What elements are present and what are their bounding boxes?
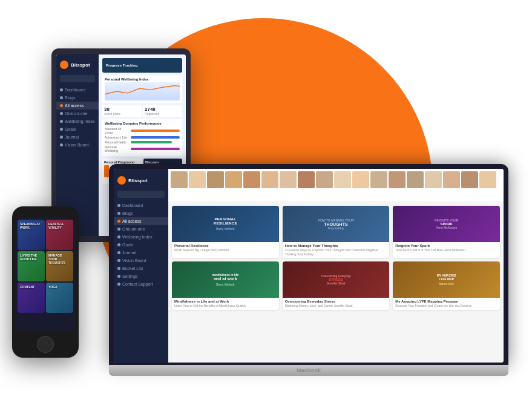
ipad-nav-goals[interactable]: Goals [56, 125, 99, 133]
card-info-pr: Personal Resilience Small Steps to Big C… [172, 242, 279, 254]
domain-row: Personal Wellbeing [105, 145, 180, 153]
course-card-lyfe[interactable]: MY AMAZINGLYFE MAP Maria Dow My Amazing … [393, 261, 500, 310]
laptop-nav-support[interactable]: Contact Support [114, 280, 168, 288]
iphone-content-grid: SPEAKING AT WORK HEALTH & VITALITY LIVIN… [15, 217, 76, 315]
card-subtitle: HOW TO MANAGE YOUR [318, 218, 353, 222]
scene: Blisspot Dashboard Blogs All access [0, 0, 532, 394]
course-card-spark[interactable]: REIGNITE YOUR SPARK Anne McKeown Reignit… [393, 206, 500, 258]
nav-icon [117, 228, 120, 231]
laptop-nav-oneonone[interactable]: One-on-one [114, 225, 168, 233]
course-card-stress[interactable]: Overcoming Everyday STRESS Jennifer Stra… [283, 261, 390, 310]
avatar [425, 171, 442, 188]
domain-bar [131, 148, 180, 150]
avatar [407, 171, 424, 188]
ipad-nav-blogs[interactable]: Blogs [56, 94, 99, 102]
ipad-nav-allaccess[interactable]: All access [56, 102, 99, 110]
laptop-nav-wellbeing[interactable]: Wellbeing Index [114, 233, 168, 241]
nav-icon [117, 243, 120, 246]
card-thumbnail-mindful: mindfulness in lifeand at work Barry Win… [172, 261, 279, 298]
domain-row: Achieving In Life [105, 136, 180, 139]
card-thumbnail-spark: REIGNITE YOUR SPARK Anne McKeown [393, 206, 500, 242]
avatar [243, 171, 260, 188]
card-desc: Discover Your Freedom and Create the Lif… [395, 304, 498, 308]
card-desc: 4 Powerful Ways to Empower Your Thoughts… [285, 248, 387, 256]
iphone-card-label: SPEAKING AT WORK [18, 220, 45, 232]
nav-icon [60, 136, 63, 139]
iphone-card-speaking[interactable]: SPEAKING AT WORK [18, 220, 45, 250]
iphone-card-label: YOGA [46, 283, 73, 291]
avatar [261, 171, 278, 188]
iphone-card-thoughts[interactable]: MANAGE YOUR THOUGHTS [46, 251, 73, 281]
card-title-lyfe: MY AMAZINGLYFE MAP [437, 274, 456, 281]
ipad-nav-oneonone[interactable]: One-on-one [56, 110, 99, 117]
ipad-stats-grid: 38 Active plans 2748 Registered [102, 105, 182, 117]
ipad-nav-visionboard[interactable]: Vision Board [56, 141, 99, 149]
laptop-nav-blogs[interactable]: Blogs [114, 209, 168, 217]
course-cards-grid: PERSONALRESILIENCE Barry Winbolt Persona… [168, 202, 504, 314]
iphone-card-label: MANAGE YOUR THOUGHTS [46, 251, 73, 267]
card-author-lyfe: Maria Dow [437, 282, 456, 286]
card-title-thoughts: THOUGHTS [318, 222, 353, 226]
ipad-domain-bars: Wellbeing Domains Performance Standard O… [102, 119, 182, 156]
avatar [443, 171, 460, 188]
course-card-pr[interactable]: PERSONALRESILIENCE Barry Winbolt Persona… [172, 206, 279, 258]
iphone-card-content[interactable]: CONTENT [18, 283, 45, 313]
card-info-stress: Overcoming Everyday Stress Mastering Mon… [283, 298, 390, 310]
ipad-progress-label: Progress Tracking [106, 64, 137, 67]
domain-bar [131, 141, 172, 143]
ipad-mini-chart [105, 82, 180, 100]
domain-row: Standard Of Living [105, 127, 180, 134]
card-course-title: Personal Resilience [174, 244, 277, 248]
laptop-nav-allaccess[interactable]: All access [114, 217, 168, 225]
laptop-nav-journal[interactable]: Journal [114, 249, 168, 257]
ipad-search[interactable] [60, 75, 95, 82]
card-desc: Small Steps to Big Charge Barry Winbolt [174, 248, 277, 252]
logo-icon [60, 61, 68, 69]
laptop-nav-dashboard[interactable]: Dashboard [114, 202, 168, 209]
avatar [189, 171, 206, 188]
iphone-notch [33, 211, 57, 215]
laptop-nav-visionboard[interactable]: Vision Board [114, 257, 168, 264]
iphone-card-yoga[interactable]: YOGA [46, 283, 73, 313]
iphone-card-label: HEALTH & VITALITY [46, 220, 73, 232]
card-thumbnail-stress: Overcoming Everyday STRESS Jennifer Stra… [283, 261, 390, 298]
avatar [280, 171, 297, 188]
stat-number: 2748 [145, 107, 180, 112]
nav-icon [117, 259, 120, 262]
avatar [171, 171, 188, 188]
nav-icon [60, 143, 63, 146]
logo-text: Blisspot [71, 62, 90, 68]
laptop-nav-goals[interactable]: Goals [114, 241, 168, 249]
nav-icon-active [117, 220, 120, 223]
card-info-thoughts: How to Manage Your Thoughts 4 Powerful W… [283, 242, 390, 258]
card-course-title: Reignite Your Spark [395, 244, 498, 248]
iphone-card-label: LIVING THE GOOD LIFE [18, 251, 45, 263]
iphone-card-goodlife[interactable]: LIVING THE GOOD LIFE [18, 251, 45, 281]
iphone-card-health[interactable]: HEALTH & VITALITY [46, 220, 73, 250]
laptop-nav-settings[interactable]: Settings [114, 272, 168, 280]
card-author-mindful: Barry Winbolt [212, 283, 238, 286]
nav-icon [117, 235, 120, 238]
nav-icon [60, 128, 63, 131]
logo-text: Blisspot [128, 178, 148, 183]
ipad-nav-wellbeing[interactable]: Wellbeing Index [56, 117, 99, 125]
laptop-sidebar: Blisspot Dashboard Blogs All access [114, 169, 168, 363]
ipad-nav-journal[interactable]: Journal [56, 133, 99, 141]
laptop-search-bar[interactable] [117, 191, 165, 198]
avatar [207, 171, 224, 188]
laptop-nav-bucketlist[interactable]: Bucket List [114, 264, 168, 272]
avatar [370, 171, 387, 188]
card-author-spark: Anne McKeown [435, 226, 458, 229]
laptop-main-content: PERSONALRESILIENCE Barry Winbolt Persona… [168, 169, 504, 363]
macbook-label: MacBook [297, 367, 321, 373]
avatar [334, 171, 351, 188]
card-desc: Learn How to Get the Benefits of Mindful… [174, 304, 277, 308]
course-card-mindful[interactable]: mindfulness in lifeand at work Barry Win… [172, 261, 279, 310]
card-info-mindful: Mindfulness in Life and at Work Learn Ho… [172, 298, 279, 310]
card-info-lyfe: My Amazing LYFE Mapping Program Discover… [393, 298, 500, 310]
nav-icon [60, 112, 63, 115]
ipad-nav-dashboard[interactable]: Dashboard [56, 86, 99, 94]
iphone-home-button[interactable] [37, 336, 54, 353]
course-card-thoughts[interactable]: HOW TO MANAGE YOUR THOUGHTS Tony Fahkry … [283, 206, 390, 258]
domain-bars-title: Wellbeing Domains Performance [105, 122, 180, 125]
